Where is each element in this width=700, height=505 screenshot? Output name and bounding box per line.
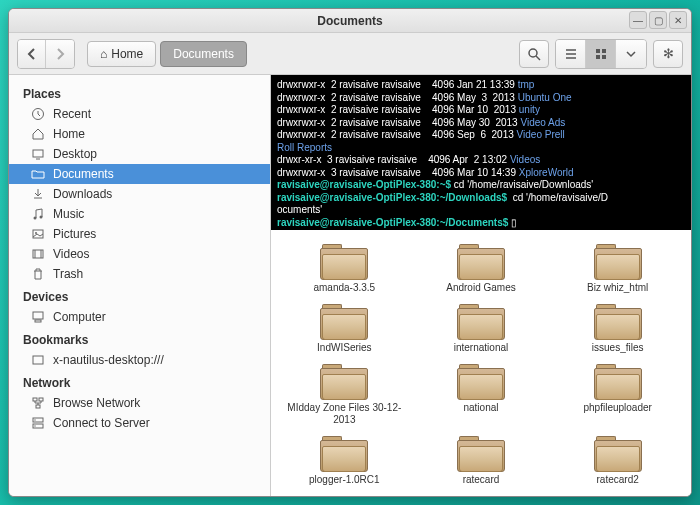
svg-rect-21 xyxy=(33,356,43,364)
folder-item[interactable]: amanda-3.3.5 xyxy=(277,240,412,296)
window-title: Documents xyxy=(317,14,382,28)
view-list-button[interactable] xyxy=(556,40,586,68)
svg-rect-20 xyxy=(35,320,41,322)
sidebar-item-label: Recent xyxy=(53,107,91,121)
folder-label: plogger-1.0RC1 xyxy=(309,474,380,486)
folder-label: issues_files xyxy=(592,342,644,354)
gear-icon: ✻ xyxy=(663,46,674,61)
svg-rect-6 xyxy=(602,49,606,53)
sidebar-item-label: Pictures xyxy=(53,227,96,241)
folder-item[interactable]: national xyxy=(414,360,549,428)
minimize-button[interactable]: — xyxy=(629,11,647,29)
toolbar: ⌂ Home Documents ✻ xyxy=(9,33,691,75)
view-buttons xyxy=(555,39,647,69)
sidebar-item-videos[interactable]: Videos xyxy=(9,244,270,264)
folder-label: Biz whiz_html xyxy=(587,282,648,294)
folder-item[interactable]: plogger-1.0RC1 xyxy=(277,432,412,488)
folder-label: MIdday Zone Files 30-12-2013 xyxy=(284,402,404,426)
sidebar-item-documents[interactable]: Documents xyxy=(9,164,270,184)
folder-label: IndWISeries xyxy=(317,342,371,354)
folder-item[interactable]: MIdday Zone Files 30-12-2013 xyxy=(277,360,412,428)
sidebar-item-label: Connect to Server xyxy=(53,416,150,430)
window-controls: — ▢ ✕ xyxy=(629,11,687,29)
sidebar-item-home[interactable]: Home xyxy=(9,124,270,144)
sidebar-header: Network xyxy=(9,370,270,393)
content-area: PlacesRecentHomeDesktopDocumentsDownload… xyxy=(9,75,691,496)
folder-icon xyxy=(320,302,368,340)
breadcrumb: ⌂ Home Documents xyxy=(87,41,247,67)
view-grid-button[interactable] xyxy=(586,40,616,68)
sidebar-item-recent[interactable]: Recent xyxy=(9,104,270,124)
svg-rect-22 xyxy=(33,398,37,401)
svg-rect-19 xyxy=(33,312,43,319)
chevron-right-icon xyxy=(54,48,66,60)
breadcrumb-documents[interactable]: Documents xyxy=(160,41,247,67)
titlebar[interactable]: Documents — ▢ ✕ xyxy=(9,9,691,33)
sidebar-item-computer[interactable]: Computer xyxy=(9,307,270,327)
server-icon xyxy=(31,416,45,430)
trash-icon xyxy=(31,267,45,281)
sidebar-item-trash[interactable]: Trash xyxy=(9,264,270,284)
folder-icon xyxy=(320,242,368,280)
forward-button[interactable] xyxy=(46,40,74,68)
svg-rect-24 xyxy=(36,405,40,408)
folder-item[interactable]: issues_files xyxy=(550,300,685,356)
folder-item[interactable]: phpfileuploader xyxy=(550,360,685,428)
download-icon xyxy=(31,187,45,201)
folder-label: ratecard xyxy=(463,474,500,486)
sidebar-item-connect-to-server[interactable]: Connect to Server xyxy=(9,413,270,433)
terminal-panel[interactable]: drwxrwxr-x 2 ravisaive ravisaive 4096 Ja… xyxy=(271,75,691,230)
svg-point-28 xyxy=(34,425,35,426)
back-button[interactable] xyxy=(18,40,46,68)
folder-item[interactable]: international xyxy=(414,300,549,356)
sidebar-item-label: Trash xyxy=(53,267,83,281)
folder-item[interactable]: IndWISeries xyxy=(277,300,412,356)
svg-point-12 xyxy=(34,217,37,220)
folder-item[interactable]: ratecard xyxy=(414,432,549,488)
folder-label: phpfileuploader xyxy=(583,402,651,414)
home-icon: ⌂ xyxy=(100,47,107,61)
folder-label: national xyxy=(463,402,498,414)
folder-icon xyxy=(457,302,505,340)
search-button[interactable] xyxy=(519,40,549,68)
folder-item[interactable]: Biz whiz_html xyxy=(550,240,685,296)
svg-point-0 xyxy=(529,49,537,57)
folder-icon xyxy=(594,242,642,280)
folder-icon xyxy=(320,434,368,472)
view-dropdown-button[interactable] xyxy=(616,40,646,68)
clock-icon xyxy=(31,107,45,121)
folder-label: amanda-3.3.5 xyxy=(313,282,375,294)
sidebar-item-label: Browse Network xyxy=(53,396,140,410)
sidebar-item-pictures[interactable]: Pictures xyxy=(9,224,270,244)
sidebar-item-label: Computer xyxy=(53,310,106,324)
folder-icon xyxy=(31,167,45,181)
folder-item[interactable]: Android Games xyxy=(414,240,549,296)
network-icon xyxy=(31,396,45,410)
breadcrumb-home[interactable]: ⌂ Home xyxy=(87,41,156,67)
folder-label: ratecard2 xyxy=(597,474,639,486)
svg-rect-10 xyxy=(33,150,43,157)
svg-rect-23 xyxy=(39,398,43,401)
folder-icon xyxy=(594,362,642,400)
sidebar-header: Devices xyxy=(9,284,270,307)
sidebar-item-music[interactable]: Music xyxy=(9,204,270,224)
video-icon xyxy=(31,247,45,261)
grid-icon xyxy=(595,48,607,60)
sidebar-item-browse-network[interactable]: Browse Network xyxy=(9,393,270,413)
file-manager-window: Documents — ▢ ✕ ⌂ Home Documents xyxy=(8,8,692,497)
breadcrumb-label: Home xyxy=(111,47,143,61)
sidebar-item-label: Desktop xyxy=(53,147,97,161)
maximize-button[interactable]: ▢ xyxy=(649,11,667,29)
sidebar-item-desktop[interactable]: Desktop xyxy=(9,144,270,164)
folder-item[interactable]: ratecard2 xyxy=(550,432,685,488)
picture-icon xyxy=(31,227,45,241)
folder-label: Android Games xyxy=(446,282,515,294)
folder-icon xyxy=(320,362,368,400)
sidebar-header: Bookmarks xyxy=(9,327,270,350)
sidebar-item-x-nautilus-desktop-[interactable]: x-nautilus-desktop:/// xyxy=(9,350,270,370)
svg-rect-8 xyxy=(602,55,606,59)
close-button[interactable]: ✕ xyxy=(669,11,687,29)
sidebar-item-label: Videos xyxy=(53,247,89,261)
sidebar-item-downloads[interactable]: Downloads xyxy=(9,184,270,204)
settings-button[interactable]: ✻ xyxy=(653,40,683,68)
